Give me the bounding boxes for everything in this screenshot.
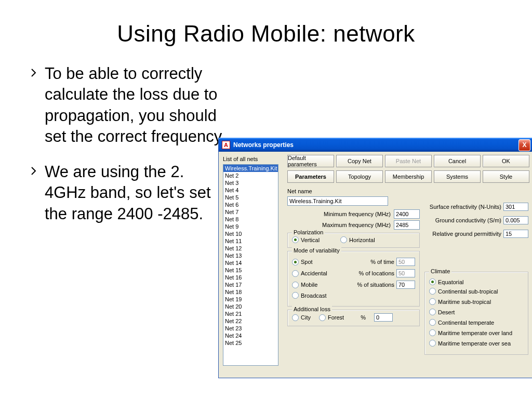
climate-continental-subtropical-radio[interactable]: Continental sub-tropical: [429, 288, 498, 295]
min-freq-field[interactable]: 2400: [394, 209, 420, 219]
max-freq-label: Maximum frequency (MHz): [287, 222, 394, 228]
list-item[interactable]: Net 6: [223, 201, 278, 208]
addloss-field[interactable]: 0: [374, 313, 393, 322]
additional-loss-group: Additional loss City Forest % 0: [287, 310, 420, 326]
polarization-title: Polarization: [292, 229, 325, 235]
list-item[interactable]: Net 16: [223, 274, 278, 281]
close-button[interactable]: X: [518, 139, 530, 151]
chevron-right-icon: [31, 162, 37, 224]
net-name-field[interactable]: Wireless.Training.Kit: [287, 196, 388, 206]
networks-properties-window: A Networks properties X List of all nets…: [218, 138, 532, 378]
list-label: List of all nets: [223, 156, 284, 162]
max-freq-field[interactable]: 2485: [394, 220, 420, 230]
broadcast-radio[interactable]: Broadcast: [292, 292, 327, 299]
list-item[interactable]: Net 3: [223, 179, 278, 187]
list-item[interactable]: Net 21: [223, 310, 278, 317]
tab-membership[interactable]: Membership: [385, 170, 432, 183]
tab-systems[interactable]: Systems: [434, 170, 481, 183]
polarization-group: Polarization Vertical Horizontal: [287, 233, 420, 248]
spot-radio[interactable]: Spot: [292, 259, 313, 265]
chevron-right-icon: [31, 63, 37, 147]
climate-continental-temperate-radio[interactable]: Continental temperate: [429, 319, 494, 326]
bullet-2: We are using the 2. 4GHz band, so let's …: [31, 162, 229, 224]
app-icon: A: [222, 141, 230, 149]
list-item[interactable]: Net 9: [223, 223, 278, 230]
percent-label: %: [361, 314, 366, 321]
ok-button[interactable]: OK: [483, 155, 529, 167]
list-item[interactable]: Net 23: [223, 325, 278, 332]
bullet-1: To be able to correctly calculate the lo…: [31, 63, 229, 147]
locations-label: % of locations: [359, 270, 394, 276]
ground-conductivity-label: Ground conductivity (S/m): [424, 217, 503, 223]
locations-field[interactable]: 50: [396, 269, 415, 277]
close-icon: X: [522, 141, 526, 149]
list-item[interactable]: Net 2: [223, 172, 278, 179]
ground-conductivity-field[interactable]: 0.005: [503, 216, 528, 224]
list-item[interactable]: Net 24: [223, 332, 278, 339]
nets-listbox[interactable]: Wireless.Training.Kit Net 2 Net 3 Net 4 …: [223, 164, 278, 366]
bullet-text-2: We are using the 2. 4GHz band, so let's …: [45, 162, 229, 224]
min-freq-label: Minimum frequency (MHz): [287, 211, 394, 217]
list-item[interactable]: Net 12: [223, 245, 278, 252]
window-titlebar[interactable]: A Networks properties X: [219, 138, 532, 152]
list-item[interactable]: Net 11: [223, 237, 278, 245]
list-item[interactable]: Net 10: [223, 230, 278, 237]
climate-desert-radio[interactable]: Desert: [429, 309, 455, 315]
permittivity-field[interactable]: 15: [503, 230, 528, 238]
list-item[interactable]: Net 5: [223, 194, 278, 201]
climate-maritime-temperate-sea-radio[interactable]: Maritime temperate over sea: [429, 340, 511, 347]
list-item[interactable]: Net 14: [223, 259, 278, 267]
city-radio[interactable]: City: [292, 314, 311, 321]
variability-group: Mode of variability Spot % of time 50 Ac…: [287, 251, 420, 307]
cancel-button[interactable]: Cancel: [434, 155, 481, 167]
list-item[interactable]: Net 4: [223, 187, 278, 194]
window-title: Networks properties: [233, 141, 294, 149]
climate-maritime-subtropical-radio[interactable]: Maritime sub-tropical: [429, 298, 491, 305]
list-item[interactable]: Net 13: [223, 252, 278, 259]
copy-net-button[interactable]: Copy Net: [336, 155, 383, 167]
list-item[interactable]: Net 20: [223, 303, 278, 310]
climate-maritime-temperate-land-radio[interactable]: Maritime temperate over land: [429, 329, 512, 336]
list-item[interactable]: Net 8: [223, 216, 278, 223]
list-item[interactable]: Net 25: [223, 339, 278, 347]
default-parameters-button[interactable]: Default parameters: [287, 155, 334, 167]
polarization-horizontal-radio[interactable]: Horizontal: [340, 236, 375, 243]
accidental-radio[interactable]: Accidental: [292, 270, 327, 277]
climate-title: Climate: [429, 268, 451, 274]
time-field[interactable]: 50: [396, 258, 415, 266]
list-item[interactable]: Net 18: [223, 288, 278, 296]
mobile-radio[interactable]: Mobile: [292, 282, 317, 288]
slide-title: Using Radio Mobile: network: [0, 21, 532, 47]
forest-radio[interactable]: Forest: [319, 314, 344, 321]
bullet-text-1: To be able to correctly calculate the lo…: [45, 63, 229, 147]
situations-label: % of situations: [357, 282, 394, 288]
list-item[interactable]: Net 19: [223, 296, 278, 303]
tab-style[interactable]: Style: [483, 170, 529, 183]
refractivity-field[interactable]: 301: [503, 203, 528, 211]
climate-group: Climate Equatorial Continental sub-tropi…: [424, 272, 528, 355]
situations-field[interactable]: 70: [396, 281, 415, 289]
tab-topology[interactable]: Topology: [336, 170, 383, 183]
list-item[interactable]: Net 22: [223, 317, 278, 325]
additional-loss-title: Additional loss: [292, 306, 332, 312]
list-item[interactable]: Wireless.Training.Kit: [223, 165, 278, 172]
time-label: % of time: [370, 259, 394, 265]
permittivity-label: Relative ground permittivity: [424, 231, 503, 237]
list-item[interactable]: Net 15: [223, 267, 278, 274]
paste-net-button[interactable]: Paste Net: [385, 155, 432, 167]
tab-parameters[interactable]: Parameters: [287, 170, 334, 183]
variability-title: Mode of variability: [292, 247, 341, 254]
list-item[interactable]: Net 17: [223, 281, 278, 288]
climate-equatorial-radio[interactable]: Equatorial: [429, 278, 464, 285]
list-item[interactable]: Net 7: [223, 208, 278, 216]
refractivity-label: Surface refractivity (N-Units): [424, 204, 503, 210]
polarization-vertical-radio[interactable]: Vertical: [292, 236, 320, 243]
net-name-label: Net name: [287, 188, 420, 194]
